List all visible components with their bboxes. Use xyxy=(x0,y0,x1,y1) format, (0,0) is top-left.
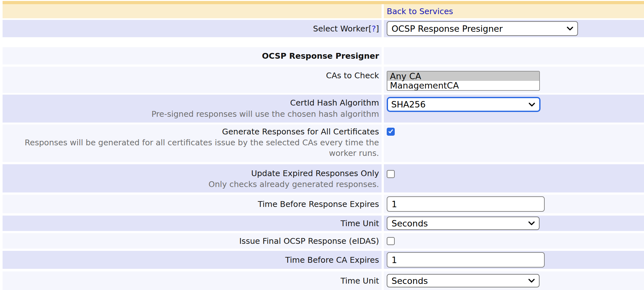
worker-config-page: Back to Services Select Worker[?] OCSP R… xyxy=(0,0,644,290)
time-unit-response-value: Seconds xyxy=(392,218,428,228)
hash-algorithm-helper: Pre-signed responses will use the chosen… xyxy=(3,109,379,120)
time-unit-response-label: Time Unit xyxy=(341,219,379,228)
hash-algorithm-value: SHA256 xyxy=(391,99,425,109)
cas-to-check-label: CAs to Check xyxy=(326,71,379,80)
back-to-services-link[interactable]: Back to Services xyxy=(387,7,453,16)
worker-select[interactable]: OCSP Response Presigner xyxy=(387,21,578,36)
chevron-down-icon xyxy=(528,278,535,283)
hash-algorithm-label: CertId Hash Algorithm xyxy=(3,97,379,109)
time-before-ca-label: Time Before CA Expires xyxy=(285,255,379,265)
time-unit-ca-row: Time Unit Seconds xyxy=(3,271,644,290)
toolbar-left-cell xyxy=(3,4,382,18)
generate-all-helper: Responses will be generated for all cert… xyxy=(3,137,379,158)
time-before-response-label: Time Before Response Expires xyxy=(258,200,379,209)
hash-algorithm-row: CertId Hash Algorithm Pre-signed respons… xyxy=(3,95,644,123)
update-expired-label: Update Expired Responses Only xyxy=(3,168,379,179)
generate-all-row: Generate Responses for All Certificates … xyxy=(3,124,644,162)
generate-all-checkbox[interactable] xyxy=(387,128,395,136)
cas-listbox[interactable]: Any CA ManagementCA xyxy=(387,71,540,91)
update-expired-checkbox[interactable] xyxy=(387,170,395,178)
time-before-response-input[interactable] xyxy=(387,196,545,212)
chevron-down-icon xyxy=(528,221,535,226)
help-question-icon[interactable]: ? xyxy=(372,24,376,33)
help-bracket-close: ] xyxy=(376,24,379,33)
time-before-response-row: Time Before Response Expires xyxy=(3,195,644,213)
cas-option-any-ca[interactable]: Any CA xyxy=(387,72,539,81)
toolbar-row: Back to Services xyxy=(3,4,644,18)
time-unit-response-select[interactable]: Seconds xyxy=(387,217,540,230)
worker-select-value: OCSP Response Presigner xyxy=(392,24,503,34)
eidas-label: Issue Final OCSP Response (eIDAS) xyxy=(239,236,379,246)
eidas-checkbox[interactable] xyxy=(387,237,395,245)
time-unit-ca-label: Time Unit xyxy=(341,276,379,286)
generate-all-label: Generate Responses for All Certificates xyxy=(3,126,379,137)
help-bracket-open: [ xyxy=(368,24,372,33)
time-before-ca-row: Time Before CA Expires xyxy=(3,251,644,269)
time-unit-ca-select[interactable]: Seconds xyxy=(387,274,540,287)
section-title-row: OCSP Response Presigner xyxy=(3,47,644,64)
top-accent-strip xyxy=(3,1,644,4)
cas-to-check-row: CAs to Check Any CA ManagementCA xyxy=(3,67,644,93)
select-worker-row: Select Worker[?] OCSP Response Presigner xyxy=(3,20,644,37)
section-title: OCSP Response Presigner xyxy=(262,51,379,61)
cas-option-managementca[interactable]: ManagementCA xyxy=(387,81,539,90)
chevron-down-icon xyxy=(566,26,574,31)
time-unit-ca-value: Seconds xyxy=(392,276,428,286)
time-unit-response-row: Time Unit Seconds xyxy=(3,216,644,231)
update-expired-helper: Only checks already generated responses. xyxy=(3,179,379,190)
hash-algorithm-select[interactable]: SHA256 xyxy=(387,97,541,112)
eidas-row: Issue Final OCSP Response (eIDAS) xyxy=(3,233,644,249)
chevron-down-icon xyxy=(528,102,535,107)
time-before-ca-input[interactable] xyxy=(387,252,545,268)
select-worker-label: Select Worker xyxy=(313,24,368,33)
update-expired-row: Update Expired Responses Only Only check… xyxy=(3,164,644,192)
check-icon xyxy=(388,128,393,133)
